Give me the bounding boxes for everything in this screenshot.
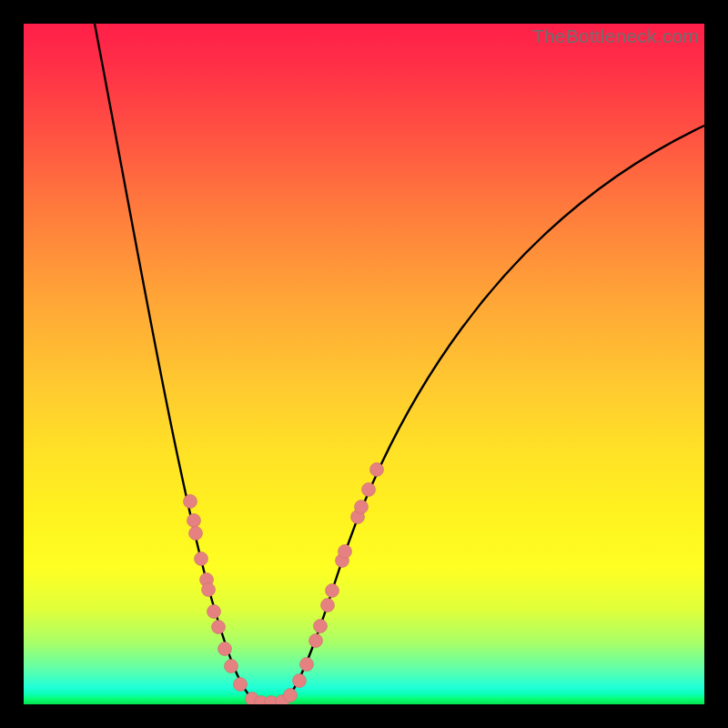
data-dot	[212, 621, 226, 634]
data-dot	[314, 620, 328, 633]
dots-right-group	[276, 463, 384, 705]
plot-area: TheBottleneck.com	[24, 24, 704, 704]
left-curve	[95, 24, 271, 703]
data-dot	[207, 605, 221, 619]
data-dot	[218, 642, 232, 656]
outer-frame: TheBottleneck.com	[0, 0, 728, 728]
data-dot	[195, 552, 208, 566]
chart-svg	[24, 24, 704, 704]
data-dot	[362, 483, 376, 497]
data-dot	[189, 527, 203, 541]
data-dot	[225, 660, 238, 673]
data-dot	[234, 678, 248, 692]
data-dot	[339, 545, 352, 559]
watermark-text: TheBottleneck.com	[532, 25, 699, 47]
dots-left-group	[184, 495, 278, 705]
curve-group	[95, 24, 704, 703]
data-dot	[187, 514, 201, 528]
right-curve	[271, 126, 704, 703]
data-dot	[184, 495, 197, 509]
data-dot	[300, 658, 314, 672]
data-dot	[202, 583, 216, 597]
data-dot	[321, 599, 335, 612]
data-dot	[284, 689, 298, 703]
data-dot	[370, 463, 384, 477]
data-dot	[355, 500, 369, 514]
data-dot	[326, 584, 339, 598]
data-dot	[309, 634, 323, 648]
data-dot	[293, 674, 307, 688]
